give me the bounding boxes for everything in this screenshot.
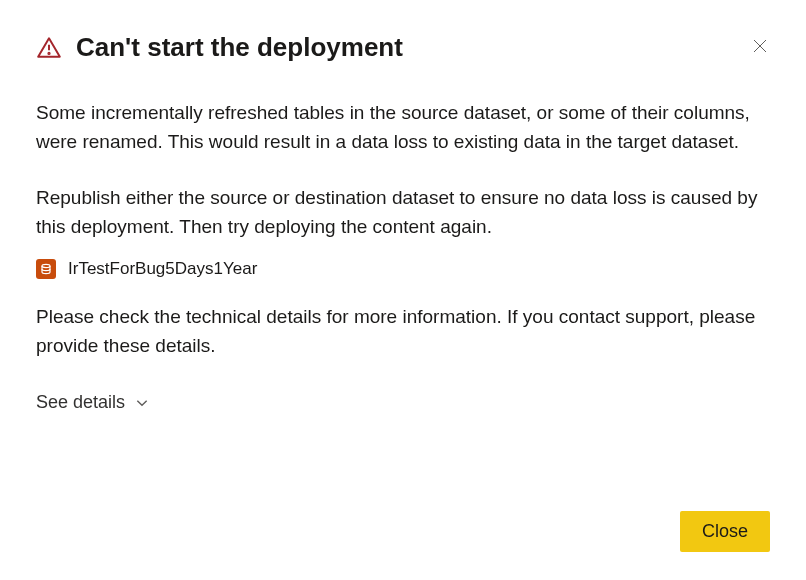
dialog-header: Can't start the deployment bbox=[36, 32, 770, 63]
dialog-title: Can't start the deployment bbox=[76, 32, 403, 63]
message-paragraph-3: Please check the technical details for m… bbox=[36, 303, 770, 360]
dataset-name: IrTestForBug5Days1Year bbox=[68, 259, 257, 279]
dataset-icon bbox=[36, 259, 56, 279]
chevron-down-icon bbox=[135, 396, 149, 410]
close-icon[interactable] bbox=[750, 36, 770, 56]
see-details-toggle[interactable]: See details bbox=[36, 392, 149, 413]
warning-icon bbox=[36, 35, 62, 61]
message-paragraph-2: Republish either the source or destinati… bbox=[36, 184, 770, 241]
dataset-row: IrTestForBug5Days1Year bbox=[36, 259, 770, 279]
dialog-footer: Close bbox=[680, 511, 770, 552]
message-paragraph-1: Some incrementally refreshed tables in t… bbox=[36, 99, 770, 156]
close-button[interactable]: Close bbox=[680, 511, 770, 552]
dialog-body: Some incrementally refreshed tables in t… bbox=[36, 99, 770, 413]
error-dialog: Can't start the deployment Some incremen… bbox=[0, 0, 806, 580]
svg-point-4 bbox=[42, 264, 50, 267]
see-details-label: See details bbox=[36, 392, 125, 413]
svg-point-1 bbox=[48, 52, 49, 53]
